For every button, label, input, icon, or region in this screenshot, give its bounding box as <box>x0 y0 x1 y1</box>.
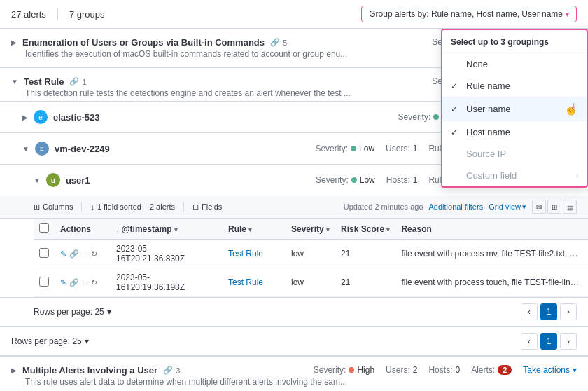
expand-icon-elastic[interactable]: ▶ <box>22 114 28 121</box>
col-header-severity[interactable]: Severity ▾ <box>286 219 335 240</box>
rows-per-page-outer[interactable]: Rows per page: 25 ▾ <box>11 336 89 346</box>
hosts-multi: Hosts: 0 <box>428 365 460 375</box>
dropdown-item-rule-name[interactable]: ✓ Rule name <box>442 75 587 97</box>
expand-icon-test[interactable]: ▼ <box>11 78 18 85</box>
alert-badge-enum: 🔗 5 <box>270 38 287 47</box>
toolbar-right: Updated 2 minutes ago Additional filters… <box>344 200 577 214</box>
page-1-btn-outer[interactable]: 1 <box>540 333 557 350</box>
alert-desc-enum: Identifies the execution of macOS built-… <box>25 49 431 59</box>
severity-vm: Severity: Low <box>315 144 374 153</box>
dropdown-label-source-ip: Source IP <box>466 149 578 159</box>
row1-rule: Test Rule <box>223 240 286 268</box>
alert-title-multi: Multiple Alerts Involving a User <box>22 365 158 376</box>
sort-icon-timestamp: ↓ <box>116 226 120 233</box>
col-header-reason: Reason <box>396 219 588 240</box>
check-user-name: ✓ <box>451 104 461 114</box>
row-icons-1: ✎ 🔗 ··· ↻ <box>60 249 105 259</box>
expand-icon-enum[interactable]: ▶ <box>11 39 17 46</box>
shield-icon-test: 🔗 <box>69 77 79 86</box>
group-alerts-label: Group alerts by: Rule name, Host name, U… <box>369 9 563 19</box>
grid-view-icon[interactable]: ▤ <box>563 200 577 214</box>
divider <box>57 8 58 20</box>
users-vm: Users: 1 <box>386 144 417 153</box>
title-row-test: ▼ Test Rule 🔗 1 <box>11 76 426 87</box>
select-all-checkbox[interactable] <box>39 223 49 233</box>
username-user1: user1 <box>66 175 90 186</box>
row2-timestamp: 2023-05-16T20:19:36.198Z <box>111 268 223 297</box>
chevron-down-rows: ▾ <box>107 307 111 317</box>
col-header-rule[interactable]: Rule ▾ <box>223 219 286 240</box>
row1-timestamp: 2023-05-16T20:21:36.830Z <box>111 240 223 268</box>
edit-icon-2[interactable]: ✎ <box>60 278 66 287</box>
expand-icon-vm[interactable]: ▼ <box>22 145 29 153</box>
expand-icon-user1[interactable]: ▼ <box>34 177 41 184</box>
alert-title-test: Test Rule <box>24 76 64 87</box>
rows-per-page-inner[interactable]: Rows per page: 25 ▾ <box>34 307 111 317</box>
shield-icon-multi: 🔗 <box>163 366 173 375</box>
row2-checkbox <box>34 268 55 297</box>
chevron-down-icon-grid: ▾ <box>522 203 526 212</box>
dropdown-item-host-name[interactable]: ✓ Host name <box>442 121 587 143</box>
alerts-badge-multi: 2 <box>498 365 512 375</box>
row2-severity: low <box>286 268 335 297</box>
row1-reason: file event with process mv, file TEST-fi… <box>396 240 588 268</box>
alerts-label: 2 alerts <box>150 203 175 211</box>
alert-desc-multi: This rule uses alert data to determine w… <box>25 377 431 387</box>
page-1-btn-inner[interactable]: 1 <box>540 303 557 320</box>
filter-icon-riskscore[interactable]: ▾ <box>386 226 390 233</box>
sort-icon: ↓ <box>90 203 94 211</box>
link-icon-2[interactable]: 🔗 <box>69 278 79 287</box>
rule-link-2[interactable]: Test Rule <box>228 277 263 287</box>
additional-filters-btn[interactable]: Additional filters <box>429 203 484 211</box>
more-icon-2[interactable]: ··· <box>82 278 88 287</box>
link-icon-1[interactable]: 🔗 <box>69 249 79 259</box>
sort-button[interactable]: ↓ 1 field sorted <box>90 203 141 211</box>
filter-icon-timestamp[interactable]: ▾ <box>174 226 178 233</box>
more-icon-1[interactable]: ··· <box>82 249 88 258</box>
view-icons: ✉ ⊞ ▤ <box>532 200 577 214</box>
alert-badge-test: 🔗 1 <box>69 77 86 86</box>
pagination-right-outer: ‹ 1 › <box>521 333 577 350</box>
prev-page-btn-outer[interactable]: ‹ <box>521 333 538 350</box>
refresh-icon-1[interactable]: ↻ <box>91 249 97 259</box>
refresh-icon-2[interactable]: ↻ <box>91 278 97 287</box>
take-actions-multi[interactable]: Take actions ▾ <box>523 365 577 375</box>
dropdown-item-none[interactable]: None <box>442 53 587 75</box>
row1-actions: ✎ 🔗 ··· ↻ <box>55 240 111 268</box>
updated-label: Updated 2 minutes ago <box>344 203 424 211</box>
group-alerts-button[interactable]: Group alerts by: Rule name, Host name, U… <box>361 6 577 22</box>
row1-check[interactable] <box>39 248 49 258</box>
row1-checkbox <box>34 240 55 268</box>
alerts-table: Actions ↓ @timestamp ▾ Rule ▾ Severity <box>34 219 588 297</box>
dropdown-item-user-name[interactable]: ✓ User name ☝ <box>442 97 587 121</box>
fields-button[interactable]: ⊟ Fields <box>192 203 222 212</box>
dropdown-label-custom-field: Custom field <box>466 170 570 181</box>
dropdown-item-source-ip: Source IP <box>442 143 587 165</box>
sev-dot-multi <box>349 367 354 373</box>
row2-reason: file event with process touch, file TEST… <box>396 268 588 297</box>
columns-button[interactable]: ⊞ Columns <box>34 203 73 212</box>
email-view-icon[interactable]: ✉ <box>532 200 546 214</box>
filter-icon-rule[interactable]: ▾ <box>248 226 252 233</box>
expand-icon-multi[interactable]: ▶ <box>11 366 17 374</box>
alert-meta-multi: Severity: High Users: 2 Hosts: 0 Alerts:… <box>314 365 577 375</box>
alert-title-enum: Enumeration of Users or Groups via Built… <box>22 37 265 48</box>
next-page-btn-outer[interactable]: › <box>560 333 577 350</box>
prev-page-btn-inner[interactable]: ‹ <box>521 303 538 320</box>
cursor-icon: ☝ <box>564 102 578 116</box>
edit-icon-1[interactable]: ✎ <box>60 249 66 259</box>
table-view-icon[interactable]: ⊞ <box>547 200 561 214</box>
alert-group-header-multi: ▶ Multiple Alerts Involving a User 🔗 3 S… <box>11 365 577 376</box>
columns-icon: ⊞ <box>34 203 40 212</box>
sev-dot-elastic <box>433 114 439 120</box>
filter-icon-severity[interactable]: ▾ <box>326 226 330 233</box>
toolbar-sep-1 <box>81 202 82 212</box>
col-header-riskscore[interactable]: Risk Score ▾ <box>335 219 396 240</box>
grid-view-btn[interactable]: Grid view ▾ <box>489 203 526 212</box>
row2-check[interactable] <box>39 277 49 287</box>
next-page-btn-inner[interactable]: › <box>560 303 577 320</box>
title-row-multi: ▶ Multiple Alerts Involving a User 🔗 3 <box>11 365 308 376</box>
col-header-timestamp[interactable]: ↓ @timestamp ▾ <box>111 219 223 240</box>
groupings-dropdown: Select up to 3 groupings None ✓ Rule nam… <box>441 29 588 188</box>
rule-link-1[interactable]: Test Rule <box>228 249 263 259</box>
